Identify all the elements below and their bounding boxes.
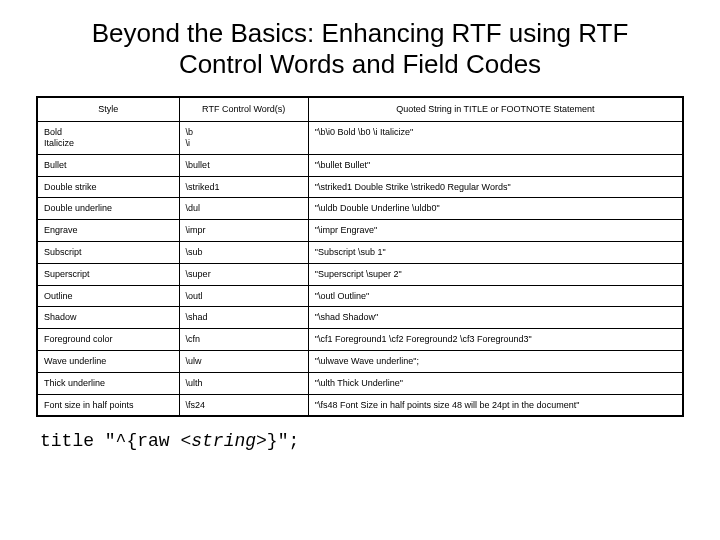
cell-style: Superscript: [37, 263, 179, 285]
footer-code: title "^{raw <string>}";: [36, 431, 684, 451]
cell-word: \ulth: [179, 372, 308, 394]
cell-style: Foreground color: [37, 329, 179, 351]
cell-style: Double underline: [37, 198, 179, 220]
cell-word: \bullet: [179, 154, 308, 176]
table-header-row: Style RTF Control Word(s) Quoted String …: [37, 97, 683, 121]
cell-quoted: "\shad Shadow": [308, 307, 683, 329]
table-row: Double strike\striked1"\striked1 Double …: [37, 176, 683, 198]
cell-word: \fs24: [179, 394, 308, 416]
cell-style: Shadow: [37, 307, 179, 329]
table-row: Bold Italicize\b \i"\b\i0 Bold \b0 \i It…: [37, 122, 683, 155]
table-row: Double underline\dul"\uldb Double Underl…: [37, 198, 683, 220]
cell-quoted: "\fs48 Font Size in half points size 48 …: [308, 394, 683, 416]
table-row: Foreground color\cfn"\cf1 Foreground1 \c…: [37, 329, 683, 351]
cell-quoted: "\striked1 Double Strike \striked0 Regul…: [308, 176, 683, 198]
cell-quoted: "\b\i0 Bold \b0 \i Italicize": [308, 122, 683, 155]
cell-word: \impr: [179, 220, 308, 242]
table-row: Engrave\impr"\impr Engrave": [37, 220, 683, 242]
page-title: Beyond the Basics: Enhancing RTF using R…: [36, 18, 684, 80]
cell-word: \ulw: [179, 350, 308, 372]
cell-quoted: "Subscript \sub 1": [308, 241, 683, 263]
table-row: Wave underline\ulw"\ulwave Wave underlin…: [37, 350, 683, 372]
cell-word: \sub: [179, 241, 308, 263]
cell-word: \dul: [179, 198, 308, 220]
cell-quoted: "\ulth Thick Underline": [308, 372, 683, 394]
cell-quoted: "\impr Engrave": [308, 220, 683, 242]
header-style: Style: [37, 97, 179, 121]
cell-style: Bold Italicize: [37, 122, 179, 155]
cell-quoted: "\uldb Double Underline \uldb0": [308, 198, 683, 220]
table-row: Font size in half points\fs24"\fs48 Font…: [37, 394, 683, 416]
cell-quoted: "Superscript \super 2": [308, 263, 683, 285]
cell-quoted: "\outl Outline": [308, 285, 683, 307]
cell-word: \shad: [179, 307, 308, 329]
cell-style: Bullet: [37, 154, 179, 176]
header-word: RTF Control Word(s): [179, 97, 308, 121]
footer-string: <string>: [180, 431, 266, 451]
table-row: Subscript\sub"Subscript \sub 1": [37, 241, 683, 263]
table-row: Outline\outl"\outl Outline": [37, 285, 683, 307]
cell-style: Double strike: [37, 176, 179, 198]
footer-prefix: title "^{raw: [40, 431, 180, 451]
cell-word: \outl: [179, 285, 308, 307]
cell-quoted: "\cf1 Foreground1 \cf2 Foreground2 \cf3 …: [308, 329, 683, 351]
cell-style: Font size in half points: [37, 394, 179, 416]
table-row: Bullet\bullet"\bullet Bullet": [37, 154, 683, 176]
cell-word: \striked1: [179, 176, 308, 198]
table-row: Superscript\super"Superscript \super 2": [37, 263, 683, 285]
cell-quoted: "\bullet Bullet": [308, 154, 683, 176]
table-row: Thick underline\ulth"\ulth Thick Underli…: [37, 372, 683, 394]
cell-quoted: "\ulwave Wave underline";: [308, 350, 683, 372]
cell-style: Subscript: [37, 241, 179, 263]
cell-style: Wave underline: [37, 350, 179, 372]
cell-style: Engrave: [37, 220, 179, 242]
footer-suffix: }";: [267, 431, 299, 451]
cell-style: Thick underline: [37, 372, 179, 394]
rtf-table: Style RTF Control Word(s) Quoted String …: [36, 96, 684, 417]
cell-word: \b \i: [179, 122, 308, 155]
cell-style: Outline: [37, 285, 179, 307]
table-row: Shadow\shad"\shad Shadow": [37, 307, 683, 329]
header-quoted: Quoted String in TITLE or FOOTNOTE State…: [308, 97, 683, 121]
cell-word: \cfn: [179, 329, 308, 351]
cell-word: \super: [179, 263, 308, 285]
